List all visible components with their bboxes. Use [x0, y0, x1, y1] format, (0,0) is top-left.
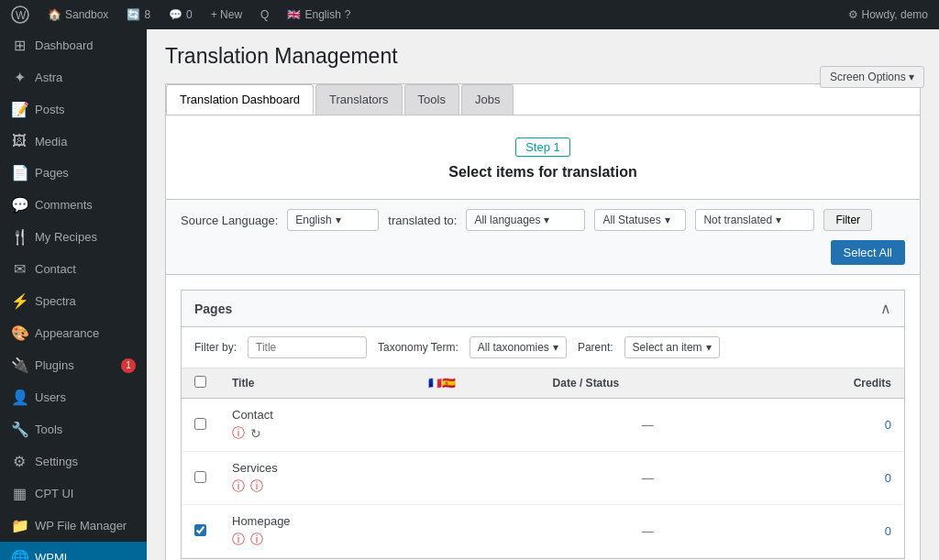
row-title-homepage: Homepage ⓘ ⓘ: [219, 505, 415, 558]
row-checkbox-services[interactable]: [194, 471, 206, 483]
howdy-label: Howdy, demo: [862, 8, 928, 21]
translate-link[interactable]: Q: [257, 8, 272, 21]
col-header-title: Title: [219, 368, 415, 399]
chevron-down-icon: ▾: [336, 214, 341, 226]
translated-to-select[interactable]: All languages ▾: [466, 209, 585, 231]
tab-translators[interactable]: Translators: [315, 84, 403, 115]
main-content: Translation Management Screen Options ▾ …: [147, 29, 939, 560]
collapse-icon[interactable]: ∧: [880, 300, 891, 317]
sidebar-label-pages: Pages: [35, 166, 69, 180]
taxonomy-dropdown[interactable]: All taxonomies ▾: [470, 336, 567, 358]
sidebar-item-comments[interactable]: 💬 Comments: [0, 189, 147, 221]
cpt-icon: ▦: [11, 485, 28, 502]
taxonomy-term-label: Taxonomy Term:: [378, 341, 458, 354]
row-flags-homepage: [415, 505, 540, 558]
main-card: Translation Dashboard Translators Tools …: [165, 83, 921, 560]
file-manager-icon: 📁: [11, 517, 28, 534]
taxonomy-value: All taxonomies: [478, 341, 549, 354]
filter-by-label: Filter by:: [194, 341, 237, 354]
appearance-icon: 🎨: [11, 324, 28, 342]
sidebar-item-spectra[interactable]: ⚡ Spectra: [0, 285, 147, 317]
plugins-badge: 1: [121, 358, 136, 373]
sidebar-item-wp-file-manager[interactable]: 📁 WP File Manager: [0, 510, 147, 542]
row-flags-contact: [415, 399, 540, 452]
select-all-checkbox[interactable]: [194, 376, 206, 388]
sidebar: ⊞ Dashboard ✦ Astra 📝 Posts 🖼 Media 📄 Pa…: [0, 29, 147, 560]
row-checkbox-cell-contact: [182, 399, 219, 452]
settings-icon: ⚙: [848, 8, 858, 21]
row-title-text-homepage: Homepage: [232, 514, 291, 528]
sidebar-item-astra[interactable]: ✦ Astra: [0, 61, 147, 93]
row-credits-contact: 0: [756, 399, 904, 452]
sidebar-label-users: Users: [35, 390, 66, 404]
parent-dropdown[interactable]: Select an item ▾: [624, 336, 720, 358]
tab-jobs[interactable]: Jobs: [461, 84, 514, 115]
tab-bar: Translation Dashboard Translators Tools …: [166, 84, 920, 115]
tab-translation-dashboard[interactable]: Translation Dashboard: [166, 84, 314, 115]
admin-bar: W 🏠 Sandbox 🔄 8 💬 0 + New Q 🇬🇧 English ?…: [0, 0, 939, 29]
row-checkbox-contact[interactable]: [194, 418, 206, 430]
sidebar-item-settings[interactable]: ⚙ Settings: [0, 445, 147, 478]
source-language-select[interactable]: English ▾: [287, 209, 379, 231]
row-checkbox-homepage[interactable]: [194, 524, 206, 536]
row-date-homepage: —: [540, 505, 756, 558]
wp-logo-link[interactable]: W: [7, 5, 33, 24]
col-credits-label: Credits: [854, 377, 891, 390]
not-translated-value: Not translated: [703, 214, 772, 226]
filter-button[interactable]: Filter: [823, 209, 872, 231]
recipes-icon: 🍴: [11, 228, 28, 246]
comments-count: 0: [186, 8, 193, 21]
comments-link[interactable]: 💬 0: [165, 8, 196, 21]
chevron-down-icon-3: ▾: [665, 214, 670, 226]
sidebar-item-posts[interactable]: 📝 Posts: [0, 93, 147, 126]
sidebar-item-my-recipes[interactable]: 🍴 My Recipes: [0, 221, 147, 253]
settings-menu-icon: ⚙: [11, 453, 28, 470]
howdy-menu[interactable]: ⚙ Howdy, demo: [845, 8, 932, 21]
refresh-icon-contact: ↻: [250, 426, 261, 441]
pages-section-title: Pages: [194, 302, 232, 316]
sidebar-item-media[interactable]: 🖼 Media: [0, 126, 147, 157]
screen-options-button[interactable]: Screen Options ▾: [820, 66, 924, 88]
new-label: + New: [211, 8, 242, 21]
not-translated-select[interactable]: Not translated ▾: [695, 209, 814, 231]
row-checkbox-cell-services: [182, 452, 219, 505]
info-icon-homepage-fr: ⓘ: [232, 532, 245, 548]
sidebar-item-appearance[interactable]: 🎨 Appearance: [0, 317, 147, 349]
title-filter-input[interactable]: [248, 336, 367, 358]
chevron-down-icon-5: ▾: [553, 341, 558, 354]
dashboard-icon: ⊞: [11, 37, 28, 54]
sidebar-label-cpt: CPT UI: [35, 487, 73, 500]
info-icon-services-fr: ⓘ: [232, 478, 245, 495]
sidebar-item-tools[interactable]: 🔧 Tools: [0, 413, 147, 445]
sidebar-item-pages[interactable]: 📄 Pages: [0, 157, 147, 189]
select-all-button[interactable]: Select All: [831, 240, 905, 265]
sidebar-item-dashboard[interactable]: ⊞ Dashboard: [0, 29, 147, 61]
updates-icon: 🔄: [127, 8, 140, 21]
sidebar-item-users[interactable]: 👤 Users: [0, 381, 147, 413]
comments-icon: 💬: [169, 8, 182, 21]
site-name: Sandbox: [65, 8, 108, 21]
tools-icon: 🔧: [11, 421, 28, 438]
updates-link[interactable]: 🔄 8: [123, 8, 154, 21]
row-title-text-contact: Contact: [232, 408, 273, 422]
all-statuses-select[interactable]: All Statuses ▾: [594, 209, 686, 231]
sidebar-item-wpml[interactable]: 🌐 WPML: [0, 542, 147, 560]
sidebar-item-cpt-ui[interactable]: ▦ CPT UI: [0, 478, 147, 510]
sidebar-label-dashboard: Dashboard: [35, 38, 94, 52]
sidebar-label-file-manager: WP File Manager: [35, 519, 127, 533]
table-row: Homepage ⓘ ⓘ — 0: [182, 505, 904, 558]
language-selector[interactable]: 🇬🇧 English ?: [283, 8, 354, 21]
row-date-contact: —: [540, 399, 756, 452]
parent-value: Select an item: [633, 341, 702, 354]
sidebar-item-plugins[interactable]: 🔌 Plugins 1: [0, 349, 147, 381]
media-icon: 🖼: [11, 133, 28, 149]
row-flags-services: [415, 452, 540, 505]
sidebar-label-tools: Tools: [35, 423, 62, 436]
col-header-credits: Credits: [756, 368, 904, 399]
translate-icon: Q: [260, 8, 269, 21]
new-content-link[interactable]: + New: [207, 8, 246, 21]
tab-tools[interactable]: Tools: [404, 84, 459, 115]
sidebar-item-contact[interactable]: ✉ Contact: [0, 253, 147, 285]
pages-icon: 📄: [11, 164, 28, 181]
site-name-link[interactable]: 🏠 Sandbox: [44, 8, 112, 21]
